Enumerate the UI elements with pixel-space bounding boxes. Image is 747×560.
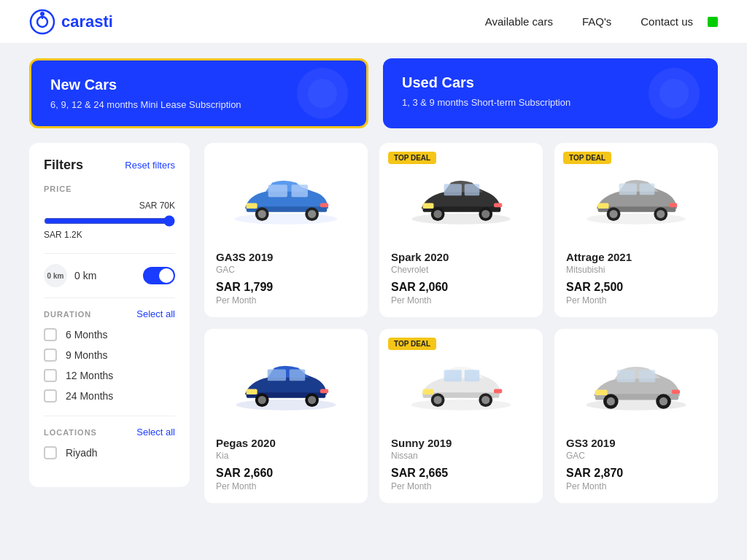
- duration-6months[interactable]: 6 Months: [44, 328, 175, 341]
- car-brand-sunny-2019: Nissan: [391, 451, 531, 461]
- car-card-pegas-2020[interactable]: Pegas 2020 Kia SAR 2,660 Per Month: [204, 329, 368, 503]
- logo-icon: [29, 9, 55, 35]
- svg-rect-34: [619, 183, 637, 195]
- car-brand-spark-2020: Chevrolet: [391, 265, 531, 275]
- car-brand-attrage-2021: Mitsubishi: [566, 265, 706, 275]
- top-deal-badge: TOP DEAL: [388, 338, 436, 350]
- car-price-gs3-2019: SAR 2,870: [566, 467, 706, 480]
- svg-rect-44: [268, 369, 286, 381]
- car-per-month-sunny-2019: Per Month: [391, 481, 531, 491]
- locations-label: Locations: [44, 428, 97, 437]
- location-riyadh-checkbox[interactable]: [44, 446, 57, 459]
- duration-6months-label: 6 Months: [66, 329, 108, 341]
- location-riyadh[interactable]: Riyadh: [44, 446, 175, 459]
- svg-point-13: [308, 210, 316, 218]
- car-price-sunny-2019: SAR 2,665: [391, 467, 531, 480]
- svg-rect-67: [672, 390, 680, 394]
- new-cars-banner[interactable]: New Cars 6, 9, 12 & 24 months Mini Lease…: [29, 58, 368, 128]
- car-name-spark-2020: Spark 2020: [391, 251, 531, 263]
- status-dot: [708, 17, 718, 27]
- car-per-month-gs3-2019: Per Month: [566, 481, 706, 491]
- used-cars-banner[interactable]: Used Cars 1, 3 & 9 months Short-term Sub…: [383, 58, 718, 128]
- duration-6months-checkbox[interactable]: [44, 328, 57, 341]
- price-min: SAR 1.2K: [44, 230, 175, 240]
- nav-faqs[interactable]: FAQ's: [582, 15, 611, 28]
- km-toggle[interactable]: [143, 267, 175, 284]
- svg-rect-66: [595, 390, 608, 396]
- duration-24months[interactable]: 24 Months: [44, 389, 175, 402]
- svg-rect-25: [465, 184, 480, 195]
- km-filter: 0 km 0 km: [44, 264, 175, 287]
- car-image-ga3s-2019: [216, 155, 356, 242]
- reset-filters-button[interactable]: Reset filters: [125, 160, 175, 171]
- car-price-ga3s-2019: SAR 1,799: [216, 281, 356, 294]
- main-content: Filters Reset filters PRICE SAR 70K SAR …: [0, 143, 747, 518]
- svg-point-2: [40, 12, 44, 16]
- filters-title: Filters: [44, 158, 83, 173]
- svg-point-63: [659, 397, 667, 405]
- svg-point-7: [659, 79, 689, 108]
- car-card-gs3-2019[interactable]: GS3 2019 GAC SAR 2,870 Per Month: [554, 329, 718, 503]
- svg-rect-26: [423, 203, 434, 209]
- sidebar: Filters Reset filters PRICE SAR 70K SAR …: [29, 143, 190, 487]
- car-brand-pegas-2020: Kia: [216, 451, 356, 461]
- svg-rect-17: [320, 203, 328, 208]
- car-price-pegas-2020: SAR 2,660: [216, 467, 356, 480]
- svg-point-11: [258, 210, 266, 218]
- svg-rect-14: [268, 184, 287, 197]
- car-card-spark-2020[interactable]: TOP DEAL Spark 2020 Chevrolet SAR 2,060 …: [379, 143, 543, 317]
- divider-3: [44, 416, 175, 416]
- duration-9months[interactable]: 9 Months: [44, 349, 175, 362]
- top-deal-badge: TOP DEAL: [563, 152, 611, 164]
- logo[interactable]: carasti: [29, 9, 113, 35]
- svg-point-23: [481, 210, 489, 218]
- svg-rect-65: [639, 370, 656, 382]
- nav-contact-us[interactable]: Contact us: [640, 15, 693, 28]
- svg-point-21: [434, 210, 442, 218]
- nav-available-cars[interactable]: Available cars: [485, 15, 553, 28]
- car-card-sunny-2019[interactable]: TOP DEAL Sunny 2019 Nissan SAR 2,665 Per…: [379, 329, 543, 503]
- top-deal-badge: TOP DEAL: [388, 152, 436, 164]
- km-label: 0 km: [74, 270, 136, 281]
- svg-point-28: [587, 214, 686, 225]
- car-per-month-pegas-2020: Per Month: [216, 481, 356, 491]
- toggle-knob: [159, 268, 174, 283]
- car-brand-gs3-2019: GAC: [566, 451, 706, 461]
- car-card-attrage-2021[interactable]: TOP DEAL Attrage 2021 Mitsubishi SAR 2,5…: [554, 143, 718, 317]
- duration-24months-checkbox[interactable]: [44, 389, 57, 402]
- svg-rect-15: [292, 184, 309, 197]
- car-image-spark-2020: [391, 155, 531, 242]
- duration-select-all[interactable]: Select all: [136, 308, 175, 319]
- svg-rect-37: [669, 203, 677, 208]
- locations-select-all[interactable]: Select all: [136, 427, 175, 438]
- car-image-gs3-2019: [566, 341, 706, 428]
- new-cars-bg-icon: [293, 64, 352, 122]
- car-card-ga3s-2019[interactable]: GA3S 2019 GAC SAR 1,799 Per Month: [204, 143, 368, 317]
- svg-rect-24: [444, 184, 462, 195]
- car-image-sunny-2019: [391, 341, 531, 428]
- svg-rect-55: [465, 370, 480, 381]
- logo-text: carasti: [61, 12, 113, 31]
- sidebar-header: Filters Reset filters: [44, 158, 175, 173]
- duration-header: DURATION Select all: [44, 308, 175, 319]
- duration-12months[interactable]: 12 Months: [44, 369, 175, 382]
- car-image-attrage-2021: [566, 155, 706, 242]
- car-name-ga3s-2019: GA3S 2019: [216, 251, 356, 263]
- svg-rect-16: [247, 203, 258, 209]
- svg-rect-56: [423, 389, 434, 395]
- svg-point-48: [411, 400, 511, 411]
- banners-section: New Cars 6, 9, 12 & 24 months Mini Lease…: [0, 44, 747, 143]
- car-price-attrage-2021: SAR 2,500: [566, 281, 706, 294]
- header: carasti Available cars FAQ's Contact us: [0, 0, 747, 44]
- duration-label: DURATION: [44, 310, 91, 319]
- car-name-pegas-2020: Pegas 2020: [216, 437, 356, 449]
- duration-9months-checkbox[interactable]: [44, 349, 57, 362]
- price-range-slider[interactable]: [44, 215, 175, 227]
- car-name-attrage-2021: Attrage 2021: [566, 251, 706, 263]
- svg-point-61: [607, 397, 615, 405]
- duration-12months-checkbox[interactable]: [44, 369, 57, 382]
- svg-point-41: [258, 396, 266, 404]
- svg-rect-27: [494, 203, 502, 208]
- car-image-pegas-2020: [216, 341, 356, 428]
- car-brand-ga3s-2019: GAC: [216, 265, 356, 275]
